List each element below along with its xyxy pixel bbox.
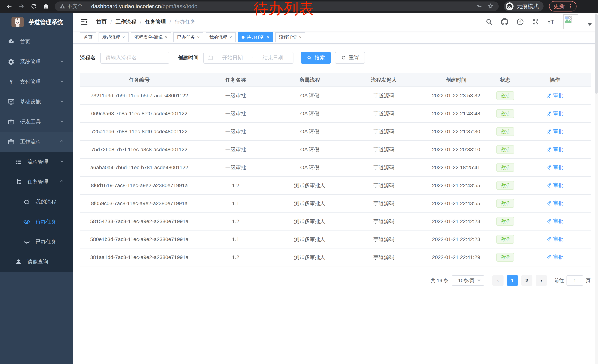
url-path: /bpm/task/todo — [161, 3, 198, 9]
tab-流程表单-编辑[interactable]: 流程表单-编辑× — [131, 32, 171, 42]
status-cell: 激活 — [491, 159, 519, 177]
reset-button[interactable]: 重置 — [335, 52, 365, 64]
sidebar-item-10[interactable]: 已办任务 — [0, 232, 73, 252]
sidebar-item-label: 流程管理 — [27, 158, 48, 165]
approve-button[interactable]: 审批 — [546, 236, 564, 243]
tab-流程详情[interactable]: 流程详情× — [275, 32, 305, 42]
approve-button[interactable]: 审批 — [546, 182, 564, 189]
security-warning-label[interactable]: 不安全 — [67, 3, 83, 10]
home-icon[interactable] — [41, 1, 51, 11]
tab-close-icon[interactable]: × — [299, 35, 302, 40]
column-header: 任务名称 — [199, 73, 273, 87]
sidebar-collapse-icon[interactable] — [80, 18, 88, 26]
task-name-cell: 1.1 — [199, 230, 273, 248]
prev-page-button[interactable]: ‹ — [492, 275, 504, 286]
sidebar-item-11[interactable]: 请假查询 — [0, 252, 73, 272]
task-name-cell: 一级审批 — [199, 159, 273, 177]
status-cell: 激活 — [491, 248, 519, 266]
chevron-down-icon — [59, 59, 65, 65]
approve-button[interactable]: 审批 — [546, 146, 564, 153]
next-page-button[interactable]: › — [536, 275, 547, 286]
page-scrollbar[interactable] — [595, 13, 598, 364]
approve-button[interactable]: 审批 — [546, 218, 564, 225]
tab-待办任务[interactable]: 待办任务× — [238, 32, 273, 42]
created-time-cell: 2022-01-21 22:42:23 — [421, 230, 491, 248]
approve-button[interactable]: 审批 — [546, 92, 564, 99]
goto-page-input[interactable] — [566, 275, 583, 286]
avatar-dropdown-caret-icon[interactable] — [588, 23, 592, 26]
task-name-cell: 一级审批 — [199, 122, 273, 140]
search-icon[interactable] — [485, 18, 493, 25]
created-time-cell: 2022-01-22 23:53:32 — [421, 87, 491, 105]
sidebar-item-2[interactable]: ¥支付管理 — [0, 72, 73, 92]
chrome-update-button[interactable]: 更新 — [549, 1, 576, 11]
start-date-placeholder[interactable]: 开始日期 — [216, 54, 249, 61]
action-cell: 审批 — [519, 122, 590, 140]
page-button-2[interactable]: 2 — [521, 275, 532, 286]
help-icon[interactable]: ? — [516, 18, 524, 25]
sidebar: 芋道管理系统 首页系统管理¥支付管理基础设施研发工具工作流程流程管理任务管理我的… — [0, 13, 73, 364]
page-size-select[interactable]: 10条/页 — [452, 275, 484, 286]
reload-icon[interactable] — [29, 1, 39, 11]
update-label[interactable]: 更新 — [554, 3, 565, 10]
sidebar-item-3[interactable]: 基础设施 — [0, 92, 73, 112]
sidebar-item-9[interactable]: 待办任务 — [0, 212, 73, 232]
action-cell: 审批 — [519, 105, 590, 122]
url-host[interactable]: dashboard.yudao.iocoder.cn — [91, 3, 161, 9]
page-button-1[interactable]: 1 — [507, 275, 518, 286]
password-key-icon[interactable] — [476, 3, 482, 9]
search-button[interactable]: 搜索 — [301, 52, 331, 64]
task-name-cell: 一级审批 — [199, 87, 273, 105]
process-cell: 测试多审批人 — [273, 212, 347, 230]
approve-button[interactable]: 审批 — [546, 254, 564, 261]
incognito-icon — [505, 2, 514, 11]
sidebar-item-4[interactable]: 研发工具 — [0, 112, 73, 132]
status-badge: 激活 — [496, 217, 514, 226]
browser-menu-dots-icon[interactable] — [568, 4, 573, 9]
bookmark-star-icon[interactable] — [487, 3, 494, 10]
github-icon[interactable] — [501, 18, 508, 25]
task-name-cell: 1.2 — [199, 212, 273, 230]
approve-button[interactable]: 审批 — [546, 200, 564, 207]
tab-我的流程[interactable]: 我的流程× — [206, 32, 236, 42]
fullscreen-icon[interactable] — [532, 18, 540, 25]
task-row: 8f0d1619-7ac8-11ec-a9e2-a2380e71991a1.2测… — [80, 177, 590, 194]
action-cell: 审批 — [519, 159, 590, 177]
font-size-icon[interactable]: T T — [548, 18, 555, 25]
sidebar-item-5[interactable]: 工作流程 — [0, 132, 73, 152]
tab-close-icon[interactable]: × — [122, 35, 125, 40]
sidebar-item-6[interactable]: 流程管理 — [0, 152, 73, 172]
tab-发起流程[interactable]: 发起流程× — [99, 32, 129, 42]
svg-text:T: T — [548, 21, 550, 25]
active-tab-dot — [241, 36, 245, 39]
action-cell: 审批 — [519, 230, 590, 248]
scrollbar-thumb[interactable] — [595, 14, 598, 94]
back-icon[interactable] — [4, 1, 15, 11]
sidebar-item-8[interactable]: 我的流程 — [0, 192, 73, 212]
process-name-input[interactable] — [100, 52, 169, 64]
sidebar-item-label: 已办任务 — [36, 238, 56, 245]
approve-button[interactable]: 审批 — [546, 164, 564, 171]
breadcrumb-item[interactable]: 工作流程 — [116, 18, 136, 25]
sidebar-item-1[interactable]: 系统管理 — [0, 52, 73, 72]
sidebar-item-0[interactable]: 首页 — [0, 32, 73, 52]
approve-button[interactable]: 审批 — [546, 128, 564, 135]
create-time-range-picker[interactable]: 开始日期 - 结束日期 — [203, 52, 293, 64]
user-avatar[interactable] — [563, 15, 578, 29]
sidebar-item-7[interactable]: 任务管理 — [0, 172, 73, 192]
task-id-cell: 73211d9d-7b9b-11ec-b5b7-acde48001122 — [80, 87, 199, 105]
tab-close-icon[interactable]: × — [229, 35, 232, 40]
app-logo-row[interactable]: 芋道管理系统 — [0, 13, 73, 32]
tab-close-icon[interactable]: × — [165, 35, 167, 40]
tab-已办任务[interactable]: 已办任务× — [173, 32, 203, 42]
tab-首页[interactable]: 首页 — [80, 32, 96, 42]
breadcrumb-item[interactable]: 首页 — [96, 18, 107, 25]
end-date-placeholder[interactable]: 结束日期 — [257, 54, 289, 61]
breadcrumb-item[interactable]: 任务管理 — [145, 18, 166, 25]
pagination-total: 共 16 条 — [431, 277, 448, 284]
forward-icon[interactable] — [16, 1, 27, 11]
tab-close-icon[interactable]: × — [267, 35, 269, 40]
goto-label: 前往 — [554, 277, 564, 284]
tab-close-icon[interactable]: × — [197, 35, 200, 40]
approve-button[interactable]: 审批 — [546, 110, 564, 117]
